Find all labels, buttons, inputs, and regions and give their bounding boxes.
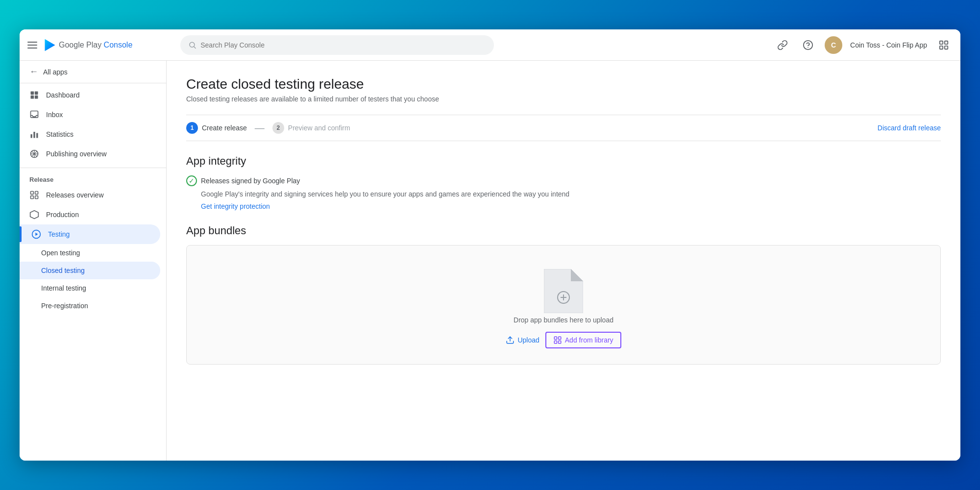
- svg-rect-8: [945, 46, 948, 49]
- svg-rect-21: [35, 196, 38, 199]
- pre-registration-label: Pre-registration: [41, 302, 88, 310]
- publishing-overview-label: Publishing overview: [46, 150, 107, 158]
- upload-icon: [506, 336, 514, 344]
- content-area: Create closed testing release Closed tes…: [167, 61, 960, 461]
- step-2-label: Preview and confirm: [288, 124, 350, 132]
- add-from-library-button[interactable]: Add from library: [545, 332, 621, 348]
- sidebar-item-publishing-overview[interactable]: Publishing overview: [20, 144, 160, 164]
- svg-rect-7: [940, 46, 943, 49]
- svg-marker-0: [45, 39, 55, 51]
- logo-console-text: Console: [104, 41, 133, 49]
- hamburger-menu[interactable]: [27, 39, 39, 51]
- svg-rect-31: [558, 337, 561, 339]
- svg-rect-12: [35, 96, 38, 99]
- svg-rect-19: [35, 192, 38, 195]
- search-bar[interactable]: [180, 35, 494, 55]
- sidebar: ← All apps Dashboard Inbox: [20, 61, 167, 461]
- logo: Google Play Console: [43, 38, 132, 52]
- open-testing-label: Open testing: [41, 249, 80, 257]
- help-icon: [803, 40, 813, 50]
- page-subtitle: Closed testing releases are available to…: [186, 95, 941, 103]
- svg-marker-25: [571, 269, 583, 281]
- app-icon-button[interactable]: [935, 36, 953, 54]
- svg-rect-20: [31, 196, 34, 199]
- sidebar-item-testing-wrapper: Testing: [20, 224, 166, 244]
- releases-overview-label: Releases overview: [46, 191, 104, 199]
- search-input[interactable]: [200, 41, 486, 49]
- svg-marker-23: [35, 233, 38, 236]
- all-apps-label: All apps: [43, 68, 68, 76]
- testing-icon: [31, 229, 41, 239]
- add-from-library-label: Add from library: [565, 336, 613, 344]
- svg-rect-33: [558, 341, 561, 343]
- integrity-check-label: Releases signed by Google Play: [201, 177, 300, 185]
- topbar: Google Play Console: [20, 29, 960, 61]
- svg-rect-30: [554, 337, 557, 339]
- app-name-label: Coin Toss - Coin Flip App: [850, 41, 927, 49]
- svg-rect-6: [945, 41, 948, 44]
- svg-rect-5: [940, 41, 943, 44]
- sidebar-item-releases-overview[interactable]: Releases overview: [20, 185, 160, 205]
- sidebar-item-closed-testing[interactable]: Closed testing: [20, 262, 160, 279]
- statistics-label: Statistics: [46, 130, 74, 138]
- svg-rect-16: [36, 133, 38, 138]
- play-logo-icon: [43, 38, 57, 52]
- bundle-file-icon: [544, 269, 583, 313]
- closed-testing-label: Closed testing: [41, 267, 85, 274]
- upload-label: Upload: [517, 336, 539, 344]
- svg-rect-10: [35, 92, 38, 95]
- sidebar-item-pre-registration[interactable]: Pre-registration: [20, 297, 160, 315]
- drop-zone[interactable]: Drop app bundles here to upload Upload: [186, 245, 941, 365]
- step-1-label: Create release: [202, 124, 247, 132]
- svg-rect-15: [33, 132, 35, 138]
- svg-line-2: [194, 47, 196, 48]
- app-bundles-section: App bundles Drop app bundles here to upl…: [186, 224, 941, 365]
- active-indicator: [20, 226, 22, 242]
- testing-label: Testing: [48, 230, 70, 238]
- nav-divider: [20, 168, 166, 168]
- inbox-icon: [29, 110, 39, 120]
- publishing-icon: [29, 149, 39, 159]
- back-arrow-icon: ←: [29, 67, 38, 77]
- integrity-description: Google Play's integrity and signing serv…: [186, 190, 941, 198]
- release-section-label: Release: [20, 172, 166, 185]
- step-2-circle: 2: [272, 122, 284, 134]
- logo-text: Google Play Console: [59, 41, 132, 49]
- grid-icon: [938, 40, 949, 50]
- drop-actions: Upload Add from library: [506, 332, 621, 348]
- main-layout: ← All apps Dashboard Inbox: [20, 61, 960, 461]
- link-icon-button[interactable]: [774, 36, 791, 54]
- upload-button[interactable]: Upload: [506, 336, 539, 344]
- sidebar-item-internal-testing[interactable]: Internal testing: [20, 279, 160, 297]
- avatar[interactable]: C: [825, 36, 842, 54]
- help-icon-button[interactable]: [799, 36, 817, 54]
- sidebar-item-dashboard[interactable]: Dashboard: [20, 85, 160, 105]
- svg-rect-14: [31, 134, 32, 138]
- integrity-link[interactable]: Get integrity protection: [186, 202, 270, 210]
- step-divider: —: [255, 122, 265, 134]
- dashboard-icon: [29, 90, 39, 100]
- svg-rect-18: [31, 192, 34, 195]
- page-title: Create closed testing release: [186, 76, 941, 92]
- topbar-right: C Coin Toss - Coin Flip App: [774, 36, 953, 54]
- all-apps-button[interactable]: ← All apps: [20, 61, 166, 83]
- releases-overview-icon: [29, 190, 39, 200]
- svg-rect-9: [31, 92, 34, 95]
- discard-draft-link[interactable]: Discard draft release: [878, 124, 941, 132]
- step-1: 1 Create release: [186, 122, 247, 134]
- sidebar-item-open-testing[interactable]: Open testing: [20, 244, 160, 262]
- production-icon: [29, 210, 39, 220]
- statistics-icon: [29, 129, 39, 139]
- sidebar-item-statistics[interactable]: Statistics: [20, 124, 160, 144]
- app-integrity-title: App integrity: [186, 155, 941, 168]
- integrity-check: ✓ Releases signed by Google Play: [186, 175, 941, 186]
- sidebar-item-testing[interactable]: Testing: [20, 224, 160, 244]
- drop-label: Drop app bundles here to upload: [514, 316, 613, 324]
- library-icon: [553, 336, 562, 344]
- sidebar-item-production[interactable]: Production: [20, 205, 160, 224]
- check-icon: ✓: [186, 175, 197, 186]
- sidebar-item-inbox[interactable]: Inbox: [20, 105, 160, 124]
- search-icon: [188, 41, 196, 49]
- app-bundles-title: App bundles: [186, 224, 941, 237]
- bundle-icon: [544, 269, 583, 308]
